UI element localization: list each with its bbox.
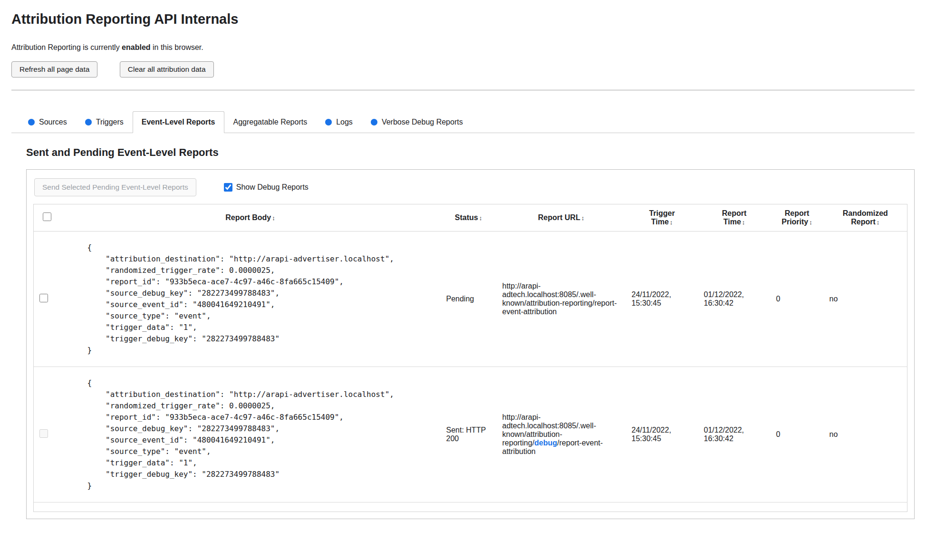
table-footer-spacer bbox=[34, 502, 907, 512]
randomized-report-cell: no bbox=[824, 232, 907, 367]
report-body-cell: { "attribution_destination": "http://ara… bbox=[60, 367, 441, 502]
report-row-sent-debug: { "attribution_destination": "http://ara… bbox=[34, 367, 907, 502]
report-url-cell: http://arapi-adtech.localhost:8085/.well… bbox=[497, 232, 626, 367]
verbose-debug-status-dot-icon bbox=[371, 119, 377, 126]
tab-verbose-debug-reports[interactable]: Verbose Debug Reports bbox=[362, 111, 472, 133]
tab-event-level-reports-label: Event-Level Reports bbox=[142, 118, 215, 126]
show-debug-reports-checkbox[interactable] bbox=[224, 183, 232, 192]
sort-icon: ↕ bbox=[670, 219, 673, 226]
status-text-prefix: Attribution Reporting is currently bbox=[11, 43, 122, 51]
attribution-internals-page: Attribution Reporting API Internals Attr… bbox=[0, 0, 926, 531]
status-enabled-text: enabled bbox=[122, 43, 150, 51]
tab-event-level-reports[interactable]: Event-Level Reports bbox=[133, 111, 224, 133]
column-header-report-priority[interactable]: Report Priority↕ bbox=[771, 204, 824, 232]
tab-content: Sent and Pending Event-Level Reports Sen… bbox=[26, 146, 915, 519]
column-header-randomized-report[interactable]: Randomized Report↕ bbox=[824, 204, 907, 232]
sort-icon: ↕ bbox=[742, 219, 745, 226]
report-body-json: { "attribution_destination": "http://ara… bbox=[66, 242, 435, 356]
section-heading: Sent and Pending Event-Level Reports bbox=[26, 146, 915, 159]
report-row-pending: { "attribution_destination": "http://ara… bbox=[34, 232, 907, 367]
debug-link[interactable]: debug bbox=[534, 439, 557, 447]
show-debug-reports-toggle[interactable]: Show Debug Reports bbox=[224, 183, 309, 192]
tab-triggers-label: Triggers bbox=[96, 118, 124, 126]
show-debug-reports-label: Show Debug Reports bbox=[236, 183, 309, 192]
row-checkbox-cell bbox=[34, 367, 60, 502]
reports-panel: Send Selected Pending Event-Level Report… bbox=[26, 169, 915, 519]
sort-icon: ↕ bbox=[272, 214, 275, 222]
tab-verbose-debug-reports-label: Verbose Debug Reports bbox=[382, 118, 463, 126]
row-select-checkbox[interactable] bbox=[39, 294, 48, 302]
sources-status-dot-icon bbox=[28, 119, 35, 126]
refresh-all-page-data-button[interactable]: Refresh all page data bbox=[11, 61, 97, 77]
report-url-cell: http://arapi-adtech.localhost:8085/.well… bbox=[497, 367, 626, 502]
tab-aggregatable-reports-label: Aggregatable Reports bbox=[233, 118, 308, 126]
header-checkbox-cell bbox=[34, 204, 60, 232]
sort-icon: ↕ bbox=[581, 214, 585, 222]
page-title: Attribution Reporting API Internals bbox=[11, 11, 915, 27]
report-body-cell: { "attribution_destination": "http://ara… bbox=[60, 232, 441, 367]
report-time-cell: 01/12/2022, 16:30:42 bbox=[698, 367, 771, 502]
column-header-report-time[interactable]: Report Time↕ bbox=[698, 204, 771, 232]
report-body-json: { "attribution_destination": "http://ara… bbox=[66, 377, 435, 492]
triggers-status-dot-icon bbox=[85, 119, 92, 126]
status-text-suffix: in this browser. bbox=[151, 43, 203, 51]
select-all-checkbox[interactable] bbox=[43, 212, 51, 221]
divider bbox=[11, 90, 915, 90]
clear-all-attribution-data-button[interactable]: Clear all attribution data bbox=[120, 61, 214, 77]
panel-controls: Send Selected Pending Event-Level Report… bbox=[34, 178, 907, 196]
report-time-cell: 01/12/2022, 16:30:42 bbox=[698, 232, 771, 367]
column-header-report-url[interactable]: Report URL↕ bbox=[497, 204, 626, 232]
tab-bar: Sources Triggers Event-Level Reports Agg… bbox=[11, 111, 915, 133]
tab-sources[interactable]: Sources bbox=[19, 111, 76, 133]
randomized-report-cell: no bbox=[824, 367, 907, 502]
report-priority-cell: 0 bbox=[771, 367, 824, 502]
row-select-checkbox-disabled bbox=[39, 429, 48, 438]
column-header-report-body[interactable]: Report Body↕ bbox=[60, 204, 441, 232]
event-level-reports-table: Report Body↕ Status↕ Report URL↕ Trigger… bbox=[33, 204, 907, 512]
column-header-trigger-time[interactable]: Trigger Time↕ bbox=[626, 204, 698, 232]
tab-aggregatable-reports[interactable]: Aggregatable Reports bbox=[224, 111, 317, 133]
report-priority-cell: 0 bbox=[771, 232, 824, 367]
trigger-time-cell: 24/11/2022, 15:30:45 bbox=[626, 367, 698, 502]
sort-icon: ↕ bbox=[877, 219, 880, 226]
sort-icon: ↕ bbox=[809, 219, 812, 226]
status-cell: Sent: HTTP 200 bbox=[441, 367, 497, 502]
status-cell: Pending bbox=[441, 232, 497, 367]
logs-status-dot-icon bbox=[325, 119, 332, 126]
top-buttons-row: Refresh all page data Clear all attribut… bbox=[11, 61, 915, 77]
row-checkbox-cell bbox=[34, 232, 60, 367]
table-header-row: Report Body↕ Status↕ Report URL↕ Trigger… bbox=[34, 204, 907, 232]
send-selected-pending-reports-button[interactable]: Send Selected Pending Event-Level Report… bbox=[34, 178, 196, 196]
trigger-time-cell: 24/11/2022, 15:30:45 bbox=[626, 232, 698, 367]
tab-logs[interactable]: Logs bbox=[316, 111, 362, 133]
status-line: Attribution Reporting is currently enabl… bbox=[11, 43, 915, 52]
column-header-status[interactable]: Status↕ bbox=[441, 204, 497, 232]
tab-logs-label: Logs bbox=[336, 118, 353, 126]
report-url-text: http://arapi-adtech.localhost:8085/.well… bbox=[502, 282, 617, 316]
tab-sources-label: Sources bbox=[39, 118, 67, 126]
sort-icon: ↕ bbox=[479, 214, 482, 222]
tab-triggers[interactable]: Triggers bbox=[76, 111, 133, 133]
